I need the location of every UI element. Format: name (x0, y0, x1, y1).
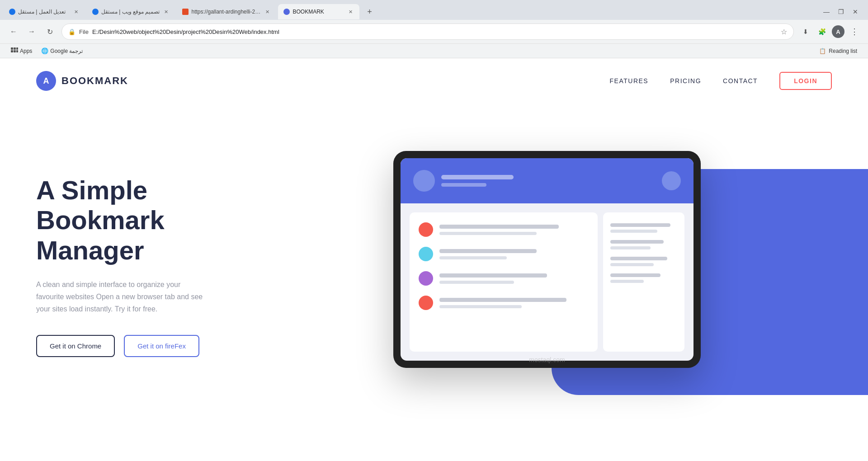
tablet-screen (401, 158, 693, 361)
tablet-side-card (603, 212, 684, 352)
hero-buttons: Get it on Chrome Get it on fireFex (36, 335, 262, 357)
line-short-2 (439, 256, 507, 259)
tablet-row-1 (419, 222, 589, 237)
line-long-3 (439, 273, 547, 278)
browser-chrome: تعديل العمل | مستقل ✕ تصميم موقع ويب | م… (0, 0, 868, 58)
url-display: E:/Desin%20web/object%20Desin/project%20… (92, 28, 777, 35)
site-logo: A BOOKMARK (36, 71, 128, 91)
download-icon[interactable]: ⬇ (799, 25, 812, 38)
maximize-button[interactable]: ❐ (835, 6, 846, 17)
watermark: mostaql.com (529, 356, 565, 363)
menu-icon[interactable]: ⋮ (848, 25, 861, 38)
svg-rect-0 (11, 47, 13, 50)
browser-tab-2[interactable]: تصميم موقع ويب | مستقل ✕ (87, 4, 175, 19)
svg-rect-3 (11, 50, 13, 52)
hero-subtitle: A clean and simple interface to organize… (36, 278, 208, 315)
browser-address-bar: ← → ↻ 🔒 File E:/Desin%20web/object%20Des… (0, 20, 868, 43)
svg-rect-1 (14, 47, 16, 50)
side-group-1 (610, 223, 677, 233)
tablet-header (401, 158, 693, 203)
window-controls: — ❐ ✕ (821, 6, 864, 17)
translate-icon: 🌐 (41, 47, 48, 54)
row-lines-2 (439, 249, 589, 259)
line-long-4 (439, 298, 566, 302)
address-box[interactable]: 🔒 File E:/Desin%20web/object%20Desin/pro… (61, 24, 794, 40)
tablet-row-4 (419, 296, 589, 310)
browser-tab-3[interactable]: https://gallant-ardinghelli-26ab7... ✕ (177, 4, 276, 19)
line-long-2 (439, 249, 537, 253)
line-short-1 (439, 232, 537, 235)
line-short-4 (439, 305, 522, 308)
google-translate-label: Google ترجمة (50, 48, 83, 54)
tablet-main-card (410, 212, 598, 352)
apps-bookmark[interactable]: Apps (7, 46, 36, 56)
get-firefox-button[interactable]: Get it on fireFex (124, 335, 199, 357)
tab3-close[interactable]: ✕ (264, 8, 271, 15)
line-long-1 (439, 225, 559, 229)
tablet-avatar (413, 170, 435, 192)
reload-button[interactable]: ↻ (43, 25, 56, 38)
nav-pricing[interactable]: PRICING (670, 77, 701, 85)
tab2-title: تصميم موقع ويب | مستقل (101, 9, 160, 15)
close-button[interactable]: ✕ (850, 6, 861, 17)
side-line-short-2 (610, 246, 651, 249)
line-short-3 (439, 281, 514, 284)
new-tab-button[interactable]: + (363, 5, 376, 18)
svg-rect-5 (16, 50, 18, 52)
browser-tab-4[interactable]: BOOKMARK ✕ (278, 4, 359, 19)
tablet-row-3 (419, 271, 589, 286)
browser-tab-1[interactable]: تعديل العمل | مستقل ✕ (4, 4, 85, 19)
tab1-title: تعديل العمل | مستقل (18, 9, 70, 15)
side-line-short-1 (610, 230, 657, 233)
side-group-2 (610, 240, 677, 249)
logo-text: BOOKMARK (61, 75, 128, 87)
tablet-illustration (393, 151, 701, 368)
site-nav: A BOOKMARK FEATURES PRICING CONTACT LOGI… (0, 58, 868, 103)
file-label: File (79, 28, 89, 35)
browser-bookmarks-bar: Apps 🌐 Google ترجمة 📋 Reading list (0, 43, 868, 58)
minimize-button[interactable]: — (821, 6, 832, 17)
back-button[interactable]: ← (7, 25, 20, 38)
nav-contact[interactable]: CONTACT (723, 77, 758, 85)
row-lines-1 (439, 225, 589, 235)
row-lines-3 (439, 273, 589, 284)
nav-features[interactable]: FEATURES (610, 77, 649, 85)
hero-section: A Simple Bookmark Manager A clean and si… (0, 103, 868, 420)
tablet-body (401, 203, 693, 361)
tablet-header-icon (662, 171, 681, 190)
google-translate-bookmark[interactable]: 🌐 Google ترجمة (38, 46, 86, 56)
side-line-4 (610, 273, 660, 277)
forward-button[interactable]: → (25, 25, 38, 38)
bookmark-star-icon[interactable]: ☆ (781, 28, 787, 36)
tablet-row-2 (419, 247, 589, 261)
apps-label: Apps (20, 48, 32, 54)
reading-list-label: Reading list (829, 48, 857, 54)
extensions-icon[interactable]: 🧩 (816, 25, 828, 38)
svg-rect-2 (16, 47, 18, 50)
dot-purple (419, 271, 433, 286)
tab4-favicon (283, 9, 290, 15)
tab4-title: BOOKMARK (292, 9, 344, 15)
side-line-3 (610, 257, 667, 260)
svg-rect-4 (14, 50, 16, 52)
reading-list-icon: 📋 (819, 48, 826, 54)
reading-list-button[interactable]: 📋 Reading list (816, 47, 861, 56)
tablet-header-line2 (441, 183, 486, 187)
logo-icon: A (36, 71, 56, 91)
profile-avatar[interactable]: A (832, 25, 844, 38)
browser-toolbar-right: ⬇ 🧩 A ⋮ (799, 25, 861, 38)
get-chrome-button[interactable]: Get it on Chrome (36, 335, 115, 357)
tab4-close[interactable]: ✕ (347, 8, 354, 15)
side-line-short-3 (610, 263, 654, 266)
lock-icon: 🔒 (68, 28, 75, 35)
tablet-header-line1 (441, 175, 514, 179)
nav-login-button[interactable]: LOGIN (779, 72, 832, 90)
hero-left: A Simple Bookmark Manager A clean and si… (36, 175, 262, 358)
side-line-short-4 (610, 280, 644, 283)
website-content: A BOOKMARK FEATURES PRICING CONTACT LOGI… (0, 58, 868, 429)
side-line-2 (610, 240, 664, 244)
nav-links: FEATURES PRICING CONTACT LOGIN (610, 72, 832, 90)
tab2-close[interactable]: ✕ (162, 8, 170, 15)
tab1-close[interactable]: ✕ (72, 8, 80, 15)
dot-red-2 (419, 296, 433, 310)
